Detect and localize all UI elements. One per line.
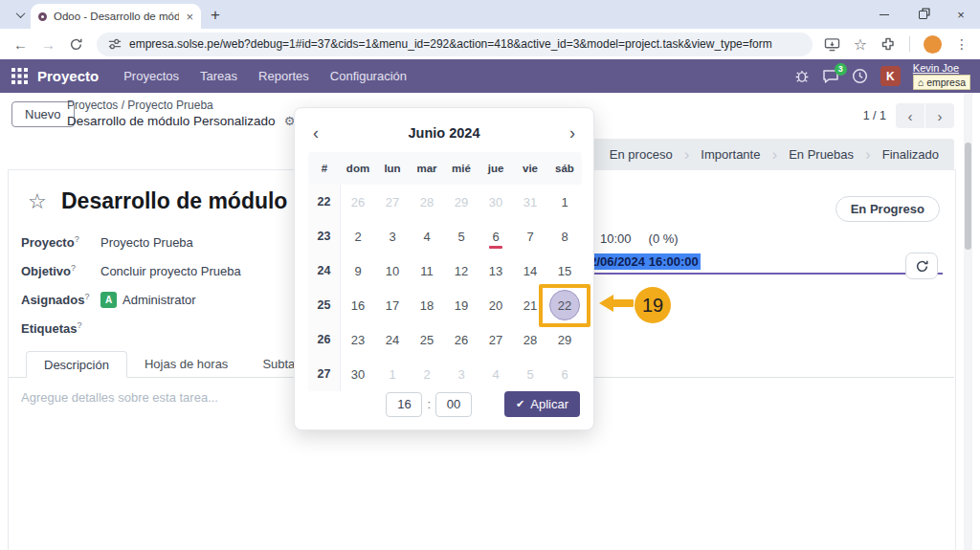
favorite-star-icon[interactable]: ☆ xyxy=(28,189,47,214)
day-cell-19[interactable]: 19 xyxy=(444,288,479,322)
day-cell-30[interactable]: 30 xyxy=(479,185,513,219)
user-avatar[interactable]: K xyxy=(880,66,901,86)
field-value[interactable]: AAdministrator xyxy=(100,292,196,308)
day-cell-7[interactable]: 7 xyxy=(513,219,547,253)
bug-icon[interactable] xyxy=(794,69,810,83)
day-cell-2[interactable]: 2 xyxy=(341,219,375,253)
day-cell-9[interactable]: 9 xyxy=(341,253,375,288)
stage-finalizado[interactable]: Finalizado xyxy=(867,139,954,170)
day-cell-4[interactable]: 4 xyxy=(410,219,444,253)
nav-item-configuracion[interactable]: Configuración xyxy=(330,69,407,83)
day-cell-27[interactable]: 27 xyxy=(479,322,513,357)
tab-descripcion[interactable]: Descripción xyxy=(26,351,127,378)
user-menu[interactable]: Kevin Joe ⌂empresa xyxy=(913,62,970,90)
day-cell-24[interactable]: 24 xyxy=(375,322,410,357)
kanban-state-badge[interactable]: En Progreso xyxy=(835,196,940,222)
deadline-input[interactable]: 22/06/2024 16:00:00 xyxy=(581,254,943,275)
day-cell-1[interactable]: 1 xyxy=(375,357,410,391)
day-cell-2[interactable]: 2 xyxy=(410,357,444,391)
day-cell-13[interactable]: 13 xyxy=(479,253,513,288)
pager-next-button[interactable]: › xyxy=(925,103,954,128)
close-tab-icon[interactable]: × xyxy=(186,10,193,24)
stage-en-proceso[interactable]: En proceso xyxy=(594,139,688,170)
datepicker-month-title[interactable]: Junio 2024 xyxy=(337,125,551,141)
reload-button[interactable] xyxy=(69,37,83,52)
deadline-value-selected[interactable]: 22/06/2024 16:00:00 xyxy=(581,253,701,270)
url-text[interactable]: empresa.solse.pe/web?debug=1#id=37&cids=… xyxy=(129,37,801,51)
browser-tab[interactable]: Odoo - Desarrollo de módulo P × xyxy=(31,4,201,29)
previous-month-button[interactable]: ‹ xyxy=(295,123,337,143)
day-cell-14[interactable]: 14 xyxy=(513,253,547,288)
browser-menu-icon[interactable]: ⋮ xyxy=(955,36,969,52)
restore-button[interactable] xyxy=(903,0,942,29)
building-icon: ⌂ xyxy=(918,76,924,89)
minute-input[interactable] xyxy=(435,392,472,417)
close-window-button[interactable]: × xyxy=(942,0,980,29)
stage-importante[interactable]: Importante xyxy=(685,139,775,170)
day-cell-10[interactable]: 10 xyxy=(375,253,410,288)
day-cell-3[interactable]: 3 xyxy=(444,357,479,391)
day-cell-26[interactable]: 26 xyxy=(444,322,479,357)
nav-item-reportes[interactable]: Reportes xyxy=(258,69,309,83)
tab-search-button[interactable] xyxy=(10,6,31,23)
day-cell-23[interactable]: 23 xyxy=(341,322,375,357)
new-tab-button[interactable]: + xyxy=(211,4,220,27)
activities-clock-icon[interactable] xyxy=(852,68,868,84)
new-button[interactable]: Nuevo xyxy=(11,101,75,127)
extensions-icon[interactable] xyxy=(880,36,896,52)
messages-button[interactable]: 3 xyxy=(822,69,839,84)
day-cell-26[interactable]: 26 xyxy=(341,185,375,219)
hour-input[interactable] xyxy=(386,392,422,417)
field-value[interactable]: Concluir proyecto Prueba xyxy=(100,264,241,278)
day-cell-4[interactable]: 4 xyxy=(479,357,513,391)
day-cell-17[interactable]: 17 xyxy=(375,288,410,322)
scrollbar-thumb[interactable] xyxy=(965,143,971,250)
pager-previous-button[interactable]: ‹ xyxy=(896,103,924,128)
scrollbar[interactable] xyxy=(964,93,972,550)
day-cell-22[interactable]: 22 xyxy=(547,288,582,322)
day-cell-29[interactable]: 29 xyxy=(444,185,479,219)
minimize-button[interactable] xyxy=(865,0,903,29)
day-cell-15[interactable]: 15 xyxy=(547,253,582,288)
day-cell-28[interactable]: 28 xyxy=(513,322,547,357)
nav-item-tareas[interactable]: Tareas xyxy=(200,69,237,83)
site-settings-icon[interactable] xyxy=(108,37,122,51)
day-cell-18[interactable]: 18 xyxy=(410,288,444,322)
profile-avatar[interactable] xyxy=(924,35,942,54)
day-cell-30[interactable]: 30 xyxy=(341,357,375,391)
day-cell-20[interactable]: 20 xyxy=(479,288,513,322)
odoo-navbar: Proyecto ProyectosTareasReportesConfigur… xyxy=(0,59,980,93)
next-month-button[interactable]: › xyxy=(551,123,593,143)
day-cell-5[interactable]: 5 xyxy=(513,357,547,391)
day-cell-1[interactable]: 1 xyxy=(547,185,582,219)
apply-button[interactable]: ✔ Aplicar xyxy=(504,391,580,417)
stage-en-pruebas[interactable]: En Pruebas xyxy=(773,139,869,170)
refresh-deadline-button[interactable] xyxy=(905,253,938,279)
user-name[interactable]: Kevin Joe xyxy=(913,62,959,74)
tab-hojas-de-horas[interactable]: Hojas de horas xyxy=(127,351,245,377)
nav-item-proyectos[interactable]: Proyectos xyxy=(123,69,179,83)
day-cell-8[interactable]: 8 xyxy=(547,219,582,253)
bookmark-star-icon[interactable]: ☆ xyxy=(854,35,867,54)
send-to-device-icon[interactable] xyxy=(824,37,840,52)
apps-grid-icon[interactable] xyxy=(11,68,28,84)
day-cell-6[interactable]: 6 xyxy=(479,219,513,253)
hours-value: 10:00 xyxy=(600,231,632,246)
app-name[interactable]: Proyecto xyxy=(37,68,99,84)
day-cell-27[interactable]: 27 xyxy=(375,185,410,219)
day-cell-25[interactable]: 25 xyxy=(410,322,444,357)
day-cell-5[interactable]: 5 xyxy=(444,219,479,253)
day-cell-16[interactable]: 16 xyxy=(341,288,375,322)
url-bar[interactable]: empresa.solse.pe/web?debug=1#id=37&cids=… xyxy=(97,33,813,56)
back-button[interactable]: ← xyxy=(13,36,28,53)
day-cell-6[interactable]: 6 xyxy=(547,357,582,391)
day-cell-12[interactable]: 12 xyxy=(444,253,479,288)
day-cell-28[interactable]: 28 xyxy=(410,185,444,219)
day-cell-29[interactable]: 29 xyxy=(547,322,582,357)
day-cell-31[interactable]: 31 xyxy=(513,185,547,219)
day-cell-3[interactable]: 3 xyxy=(375,219,410,253)
day-cell-21[interactable]: 21 xyxy=(513,288,547,322)
forward-button[interactable]: → xyxy=(41,36,56,53)
day-cell-11[interactable]: 11 xyxy=(410,253,444,288)
field-value[interactable]: Proyecto Prueba xyxy=(100,235,193,250)
